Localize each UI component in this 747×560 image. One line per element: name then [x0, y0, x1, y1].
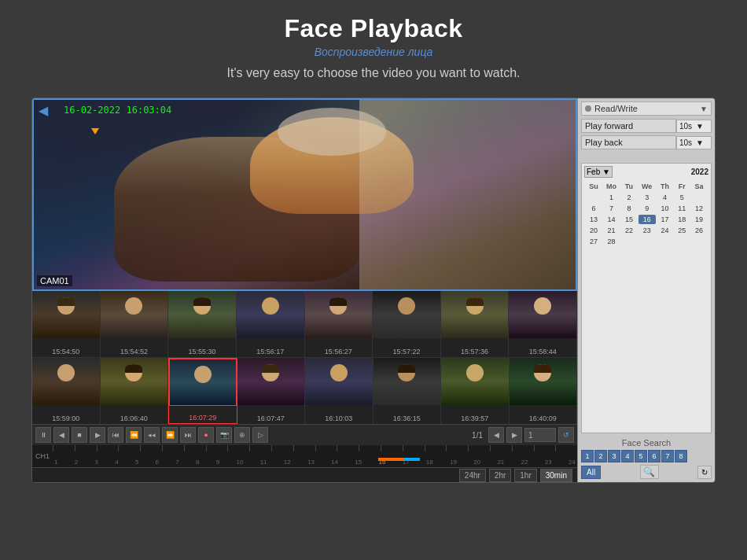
- calendar-header: Feb ▼ 2022: [584, 166, 708, 178]
- cal-day[interactable]: 26: [691, 226, 707, 235]
- cal-day[interactable]: 27: [586, 237, 602, 246]
- month-select[interactable]: Feb ▼: [584, 166, 613, 178]
- cal-day[interactable]: 9: [638, 204, 656, 213]
- zoom-button[interactable]: ⊕: [234, 427, 250, 443]
- app-window: ◀ 16-02-2022 16:03:04 CAM01 15:54:50: [31, 98, 716, 483]
- list-item[interactable]: 16:07:47: [237, 358, 306, 424]
- play-back-label: Play back: [581, 135, 676, 149]
- read-write-row[interactable]: Read/Write ▼: [581, 101, 712, 116]
- cal-day-today[interactable]: 16: [638, 215, 656, 224]
- list-item[interactable]: 16:39:57: [441, 358, 510, 424]
- list-item[interactable]: 15:57:36: [441, 291, 510, 357]
- face-num-4[interactable]: 4: [621, 450, 634, 462]
- cal-day[interactable]: 5: [674, 193, 690, 202]
- thumb-image: [237, 358, 305, 413]
- thumb-timestamp: 16:39:57: [461, 413, 488, 424]
- calendar-grid: Su Mo Tu We Th Fr Sa 1 2: [584, 180, 708, 248]
- cal-day[interactable]: 15: [621, 215, 637, 224]
- 2hr-button[interactable]: 2hr: [489, 469, 511, 482]
- list-item[interactable]: 15:58:44: [509, 291, 577, 357]
- list-item[interactable]: 16:40:09: [510, 358, 578, 424]
- cal-day[interactable]: 2: [621, 193, 637, 202]
- list-item[interactable]: 15:56:27: [305, 291, 374, 357]
- list-item[interactable]: 16:10:03: [305, 358, 374, 424]
- transport-bar: ⏸ ◀ ■ ▶ ⏮ ⏪ ◂◂ ⏩ ⏭ ● 📷 ⊕ ▷ 1/1 ◀ ▶ 1: [32, 424, 577, 445]
- goto-button[interactable]: ↺: [558, 427, 574, 443]
- cal-day[interactable]: 11: [674, 204, 690, 213]
- cal-day[interactable]: 3: [638, 193, 656, 202]
- back-button[interactable]: ◀: [39, 103, 48, 118]
- list-item[interactable]: 15:54:50: [32, 291, 101, 357]
- cal-day[interactable]: [586, 193, 602, 202]
- day-header-su: Su: [586, 182, 602, 191]
- cal-day[interactable]: 24: [657, 226, 673, 235]
- cal-day: [638, 237, 656, 246]
- refresh-button[interactable]: ↻: [697, 466, 712, 479]
- play-forward-button[interactable]: ▷: [252, 427, 268, 443]
- list-item[interactable]: 16:36:15: [374, 358, 442, 424]
- cal-day[interactable]: 10: [657, 204, 673, 213]
- cal-day[interactable]: 22: [621, 226, 637, 235]
- day-header-we: We: [638, 182, 656, 191]
- list-item[interactable]: 16:06:40: [101, 358, 169, 424]
- cal-day: [657, 237, 673, 246]
- fast-forward-button[interactable]: ⏭: [180, 427, 196, 443]
- step-forward-button[interactable]: ⏩: [162, 427, 178, 443]
- play-button[interactable]: ▶: [90, 427, 105, 443]
- face-num-7[interactable]: 7: [661, 450, 674, 462]
- cal-day[interactable]: 19: [691, 215, 707, 224]
- list-item[interactable]: 15:57:22: [373, 291, 441, 357]
- play-forward-select[interactable]: 10s ▼: [676, 120, 712, 133]
- face-num-3[interactable]: 3: [608, 450, 620, 462]
- cal-day[interactable]: 14: [603, 215, 620, 224]
- face-all-button[interactable]: All: [581, 466, 601, 479]
- thumb-timestamp: 16:06:40: [120, 413, 148, 424]
- fast-rewind-button[interactable]: ⏮: [108, 427, 123, 443]
- step-back-button[interactable]: ⏪: [126, 427, 142, 443]
- face-num-2[interactable]: 2: [594, 450, 607, 462]
- list-item[interactable]: 15:55:30: [168, 291, 237, 357]
- cal-day[interactable]: 18: [674, 215, 690, 224]
- cal-day[interactable]: 6: [586, 204, 602, 213]
- cal-day[interactable]: 21: [603, 226, 620, 235]
- pause-button[interactable]: ⏸: [35, 427, 51, 443]
- cal-day[interactable]: 28: [603, 237, 620, 246]
- nav-left-button[interactable]: ◀: [488, 427, 504, 443]
- cal-day[interactable]: 8: [621, 204, 637, 213]
- rw-label: Read/Write: [594, 104, 700, 113]
- thumb-image: [374, 358, 441, 413]
- slow-rewind-button[interactable]: ◂◂: [144, 427, 160, 443]
- 1hr-button[interactable]: 1hr: [514, 469, 536, 482]
- cal-day[interactable]: 13: [586, 215, 602, 224]
- face-num-5[interactable]: 5: [635, 450, 647, 462]
- cal-day[interactable]: 20: [586, 226, 602, 235]
- 30min-button[interactable]: 30min: [540, 469, 572, 482]
- list-item[interactable]: 16:07:29: [168, 358, 237, 424]
- list-item[interactable]: 15:59:00: [32, 358, 101, 424]
- cal-day[interactable]: 25: [674, 226, 690, 235]
- cal-day[interactable]: 17: [657, 215, 673, 224]
- nav-right-button[interactable]: ▶: [506, 427, 522, 443]
- video-border: [32, 98, 577, 291]
- list-item[interactable]: 15:56:17: [237, 291, 305, 357]
- cal-day[interactable]: 1: [603, 193, 620, 202]
- stop-button[interactable]: ■: [72, 427, 87, 443]
- timeline-ruler[interactable]: 1 2 3 4 5 6 7 8 9 10 11 12 13 14: [53, 445, 577, 467]
- cal-day[interactable]: 7: [603, 204, 620, 213]
- play-back-select[interactable]: 10s ▼: [676, 136, 712, 149]
- cal-day[interactable]: 12: [691, 204, 707, 213]
- face-num-1[interactable]: 1: [581, 450, 594, 462]
- face-num-8[interactable]: 8: [675, 450, 687, 462]
- record-button[interactable]: ●: [198, 427, 214, 443]
- video-content: [32, 98, 577, 291]
- cal-day[interactable]: 4: [657, 193, 673, 202]
- list-item[interactable]: 15:54:52: [101, 291, 169, 357]
- rewind-button[interactable]: ◀: [53, 427, 69, 443]
- snapshot-button[interactable]: 📷: [216, 427, 232, 443]
- face-num-6[interactable]: 6: [648, 450, 661, 462]
- cal-day[interactable]: 23: [638, 226, 656, 235]
- 24hr-button[interactable]: 24hr: [459, 469, 486, 482]
- face-search-button[interactable]: 🔍: [640, 465, 659, 479]
- bottom-bar: 24hr 2hr 1hr 30min: [32, 467, 577, 482]
- jump-input[interactable]: 1: [524, 428, 556, 442]
